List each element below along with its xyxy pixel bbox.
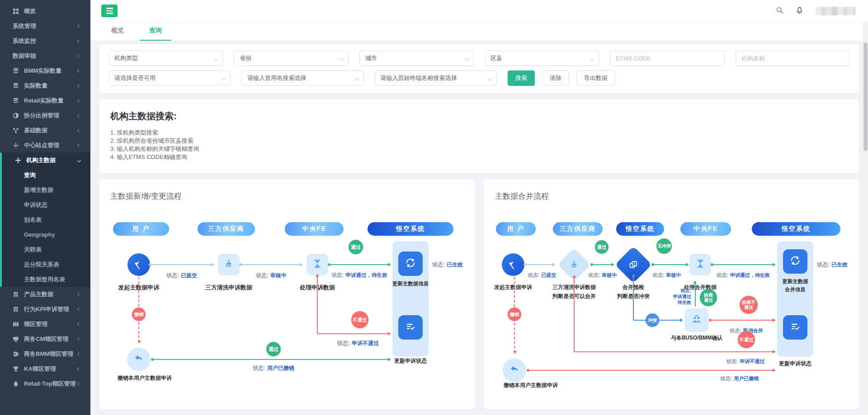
revoke-badge: 撤销: [132, 308, 146, 321]
sidebar-item-label: 产品主数据: [24, 290, 53, 298]
sidebar-item-base-data[interactable]: 基础数据: [0, 123, 90, 138]
status-text: 状态:申诉通过，待生效: [717, 272, 770, 279]
nego-pass-up-arrow: [695, 281, 696, 307]
building-icon: [13, 291, 20, 298]
lane-pill-user: 用 户: [113, 222, 169, 236]
lane-pill-central-fe: 中央FE: [285, 222, 344, 236]
scrollbar-track: [863, 22, 868, 415]
sidebar-item-label: 拆分比例管理: [24, 112, 59, 120]
chevron-down-icon: [590, 56, 594, 61]
undo-icon: [509, 364, 520, 377]
sidebar-item-retail-top-region[interactable]: Retail-Top辖区管理: [0, 376, 90, 391]
node-label: 撤销本用户主数据申诉: [504, 382, 558, 389]
etms-code-input[interactable]: [616, 55, 718, 62]
sidebar-item-overview[interactable]: 概览: [0, 4, 90, 19]
chevron-left-icon: [77, 352, 81, 355]
sidebar-item-kpi-appeal[interactable]: 行为KPI申诉管理: [0, 302, 90, 317]
flow-panel-title: 主数据合并流程: [495, 191, 549, 201]
status-text: 状态:申诉通过，待生效: [332, 272, 387, 279]
move-icon: [15, 157, 22, 163]
scrollbar-thumb[interactable]: [863, 42, 868, 151]
topbar: [90, 0, 868, 22]
flow-arrow-pass: [712, 264, 775, 265]
district-select[interactable]: 区县: [485, 51, 599, 66]
sidebar-item-retail-qty[interactable]: Retail实际数量: [0, 93, 90, 108]
sidebar-subitem-geography[interactable]: Geography: [0, 227, 90, 242]
export-data-button[interactable]: 导出数据: [576, 70, 615, 86]
chevron-left-icon: [77, 367, 81, 370]
node-label: 与各BUSO/BMM确认: [671, 334, 723, 342]
flow-arrow-pass: [329, 264, 390, 265]
fail-badge: 不通过: [351, 311, 368, 328]
sidebar-item-label: BMM实际数量: [24, 67, 61, 75]
org-type-select[interactable]: 机构类型: [108, 51, 223, 66]
sidebar-subitem-new-masterdata[interactable]: 新增主数据: [0, 182, 90, 197]
sync-icon: [405, 257, 416, 270]
bell-icon[interactable]: [795, 6, 804, 16]
node-label: 更新主数据: [782, 278, 808, 285]
chevron-left-icon: [77, 98, 81, 102]
org-name-field[interactable]: [736, 51, 850, 66]
chevron-left-icon: [77, 307, 81, 311]
sidebar-item-cm-region[interactable]: 商务CM辖区管理: [0, 331, 90, 346]
hamburger-menu-button[interactable]: [101, 5, 118, 17]
pass-badge: 通过: [349, 240, 363, 254]
sidebar-item-label: KA辖区管理: [24, 365, 56, 373]
chevron-down-icon: [487, 76, 492, 81]
sidebar-item-system-monitor[interactable]: 系统监控: [0, 33, 90, 48]
people-icon: [691, 313, 703, 327]
terminal-name-select[interactable]: 请输入原始终端名称搜索选择: [375, 70, 497, 86]
etms-code-field[interactable]: [610, 51, 724, 66]
chevron-left-icon: [77, 382, 81, 385]
filter-card: 机构类型 省份 城市 区县 请选择是否可用 请输入曾用名搜索选择 请输入原始终端…: [99, 44, 859, 93]
search-icon[interactable]: [776, 6, 783, 16]
former-name-select[interactable]: 请输入曾用名搜索选择: [241, 70, 363, 86]
pass-badge: 通过: [595, 240, 609, 254]
tab-query[interactable]: 查询: [140, 22, 171, 41]
sidebar-subitem-appeal-status[interactable]: 申诉状态: [0, 197, 90, 212]
sidebar-item-data-audit[interactable]: 数据审核: [0, 48, 90, 63]
sidebar-item-center-site[interactable]: 中心站点管理: [0, 138, 90, 153]
sidebar-item-bmm-qty[interactable]: BMM实际数量: [0, 63, 90, 78]
sidebar-item-product-masterdata[interactable]: 产品主数据: [0, 287, 90, 302]
sidebar-subitem-relation-table[interactable]: 关联表: [0, 242, 90, 257]
sidebar-subitem-query[interactable]: 查询: [0, 168, 90, 182]
lane-pill-vendor: 三方供应商: [553, 222, 603, 236]
sidebar-item-region-mgmt[interactable]: 辖区管理: [0, 317, 90, 331]
sidebar-subitem-hq-branch-table[interactable]: 总分院关系表: [0, 257, 90, 272]
sync-node: [783, 249, 807, 274]
revoked-pass-arrow: [152, 359, 390, 360]
status-text: 状态:审核中: [589, 272, 617, 279]
map-icon: [13, 321, 20, 327]
sidebar-item-label: 机构主数据: [26, 156, 56, 164]
chevron-left-icon: [77, 143, 81, 147]
sidebar-item-org-masterdata[interactable]: 机构主数据: [0, 153, 90, 168]
sidebar-item-label: 商务CM辖区管理: [24, 335, 68, 343]
flow-panel-merge: 主数据合并流程 用 户 三方供应商 悟空系统 中央FE 悟空系统 发起主数据申诉…: [484, 179, 859, 409]
org-name-input[interactable]: [741, 55, 844, 62]
search-button[interactable]: 搜索: [508, 70, 535, 86]
chevron-left-icon: [77, 113, 81, 117]
sidebar-item-split-ratio[interactable]: 拆分比例管理: [0, 108, 90, 123]
clear-button[interactable]: 清除: [542, 70, 569, 86]
sidebar-item-actual-qty[interactable]: 实际数量: [0, 78, 90, 93]
database-icon: [13, 98, 20, 104]
flow-arrow: [525, 264, 555, 265]
status-text: 状态:申诉不通过: [337, 340, 379, 347]
tab-overview[interactable]: 概览: [102, 22, 133, 41]
province-select[interactable]: 省份: [234, 51, 348, 66]
sidebar-subitem-alias-table[interactable]: 别名表: [0, 212, 90, 227]
lane-pill-wukong: 悟空系统: [752, 222, 840, 236]
city-select[interactable]: 城市: [359, 51, 474, 66]
checklist-node: [398, 315, 423, 340]
sidebar-subitem-former-name-table[interactable]: 主数据曾用名表: [0, 272, 90, 287]
sidebar-item-label: Retail实际数量: [24, 97, 63, 105]
sidebar-item-system-mgmt[interactable]: 系统管理: [0, 19, 90, 33]
sidebar-item-label: 数据审核: [13, 52, 36, 60]
search-help-card: 机构主数据搜索: 1. 按机构类型搜索 2. 按机构所在省份城市区县搜索 3. …: [99, 99, 859, 173]
sidebar-item-bmm-region[interactable]: 商务BMM辖区管理: [0, 346, 90, 361]
mug-icon: [13, 351, 20, 357]
sidebar-item-ka-region[interactable]: KA辖区管理: [0, 361, 90, 376]
user-name-blurred[interactable]: [816, 7, 855, 15]
availability-select[interactable]: 请选择是否可用: [108, 70, 231, 86]
